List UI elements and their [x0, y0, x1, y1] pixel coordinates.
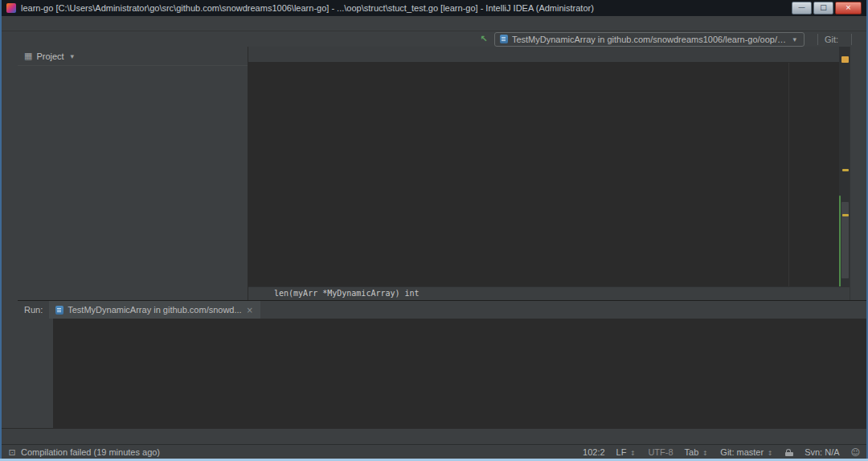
run-panel-body — [18, 319, 866, 429]
project-tree — [18, 66, 248, 68]
app-icon — [6, 3, 16, 13]
window-title: learn-go [C:\Users\Administrator\go\src\… — [21, 3, 594, 13]
svn-status[interactable]: Svn: N/A — [805, 447, 839, 457]
right-tool-stripe — [850, 47, 866, 300]
toolbar-separator — [851, 34, 852, 45]
close-button[interactable]: × — [835, 2, 862, 14]
run-config-select[interactable]: TestMyDynamicArray in github.com/snowdre… — [494, 32, 805, 47]
code-area[interactable] — [248, 63, 850, 288]
project-tool-window: Project — [18, 47, 248, 300]
run-panel-label: Run: — [24, 305, 43, 315]
console-toolbar — [35, 319, 53, 429]
right-margin-guide — [788, 63, 789, 288]
left-tool-stripe — [2, 47, 18, 428]
git-branch[interactable]: Git: master — [720, 447, 774, 457]
navigation-toolbar: TestMyDynamicArray in github.com/snowdre… — [2, 31, 866, 47]
tool-window-bar — [2, 428, 866, 445]
window-border-left — [0, 0, 2, 459]
updown-icon — [701, 448, 709, 457]
encoding[interactable]: UTF-8 — [648, 447, 673, 457]
run-tab[interactable]: TestMyDynamicArray in github.com/snowd..… — [49, 301, 260, 319]
close-icon[interactable] — [246, 306, 254, 315]
run-tool-window: Run: TestMyDynamicArray in github.com/sn… — [18, 300, 866, 429]
tool-window-switcher-icon[interactable] — [8, 448, 16, 457]
editor: len(myArr *MyDynamicArray) int — [248, 47, 850, 300]
project-panel-header: Project — [18, 47, 248, 66]
menu-bar — [2, 16, 866, 31]
highlight-stripe-mark[interactable] — [842, 214, 849, 216]
run-tab-label: TestMyDynamicArray in github.com/snowd..… — [68, 305, 241, 315]
project-icon — [24, 51, 32, 60]
toolbar-separator — [817, 34, 818, 45]
title-bar[interactable]: learn-go [C:\Users\Administrator\go\src\… — [2, 0, 866, 16]
maximize-button[interactable]: □ — [813, 2, 833, 14]
highlight-stripe-mark[interactable] — [842, 169, 849, 171]
line-separator[interactable]: LF — [616, 447, 637, 457]
lock-icon[interactable] — [785, 452, 793, 456]
status-bar: Compilation failed (19 minutes ago) 102:… — [2, 444, 866, 459]
indent-style[interactable]: Tab — [685, 447, 710, 457]
chevron-down-icon — [791, 35, 799, 43]
editor-tab-bar — [248, 47, 850, 63]
caret-position[interactable]: 102:2 — [583, 447, 605, 457]
go-test-file-icon — [500, 35, 508, 43]
run-panel-header: Run: TestMyDynamicArray in github.com/sn… — [18, 301, 866, 319]
updown-icon — [766, 448, 774, 457]
ide-window: learn-go [C:\Users\Administrator\go\src\… — [0, 0, 868, 461]
git-label: Git: — [825, 35, 838, 44]
project-panel-title[interactable]: Project — [36, 51, 63, 61]
hector-inspector-icon[interactable] — [851, 448, 860, 457]
inspections-indicator[interactable] — [841, 56, 849, 63]
vcs-added-stripe-mark — [839, 196, 841, 287]
chevron-down-icon[interactable] — [68, 51, 76, 60]
run-toolbar — [18, 319, 35, 429]
updown-icon — [628, 448, 637, 457]
back-arrow-icon[interactable] — [480, 35, 488, 43]
go-test-file-icon — [55, 306, 63, 315]
run-console[interactable] — [53, 319, 866, 429]
error-stripe — [839, 47, 850, 287]
run-config-label: TestMyDynamicArray in github.com/snowdre… — [512, 35, 787, 44]
hint-text: len(myArr *MyDynamicArray) int — [274, 289, 420, 298]
minimize-button[interactable]: — — [792, 2, 812, 14]
status-message[interactable]: Compilation failed (19 minutes ago) — [21, 447, 160, 457]
parameter-hint-bar: len(myArr *MyDynamicArray) int — [248, 286, 850, 300]
